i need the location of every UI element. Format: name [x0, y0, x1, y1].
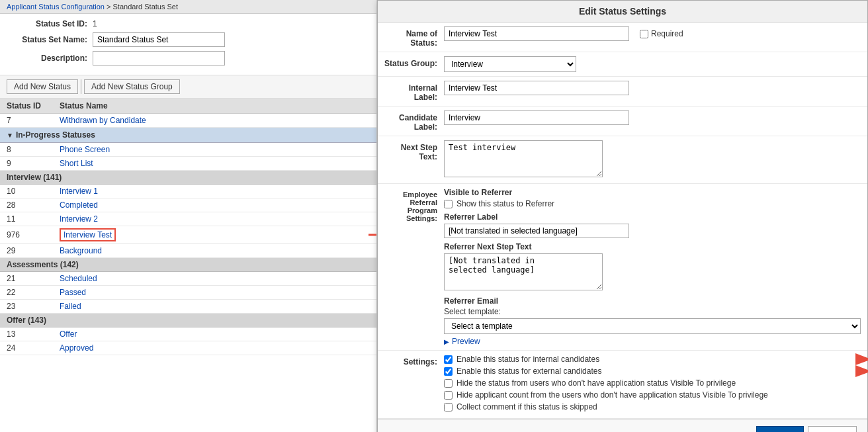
table-row: 22 Passed [0, 286, 376, 300]
next-step-text-field: Test interview [444, 140, 861, 179]
offer-link[interactable]: Offer [60, 329, 77, 339]
row-id: 9 [7, 159, 60, 168]
collect-comment-label: Collect comment if this status is skippe… [456, 402, 597, 411]
status-set-form: Status Set ID: 1 Status Set Name: Descri… [0, 14, 376, 75]
preview-label: Preview [452, 337, 480, 346]
add-new-status-group-button[interactable]: Add New Status Group [84, 79, 180, 94]
row-id: 7 [7, 116, 60, 125]
referrer-next-step-textarea[interactable]: [Not translated in selected language] [444, 253, 603, 290]
referrer-label-label: Referrer Label [444, 212, 861, 222]
hide-count-checkbox[interactable] [444, 391, 453, 400]
approved-link[interactable]: Approved [60, 343, 93, 353]
phone-screen-link[interactable]: Phone Screen [60, 145, 110, 154]
internal-label-row: Internal Label: [378, 77, 867, 107]
breadcrumb-separator: > [107, 3, 112, 11]
next-step-text-label: Next Step Text: [384, 140, 444, 161]
failed-link[interactable]: Failed [60, 302, 81, 311]
required-checkbox[interactable] [640, 30, 648, 38]
row-id: 11 [7, 214, 60, 224]
short-list-link[interactable]: Short List [60, 159, 93, 168]
name-of-status-label: Name of Status: [384, 26, 444, 48]
interview2-link[interactable]: Interview 2 [60, 214, 98, 224]
candidate-label-row: Candidate Label: [378, 107, 867, 136]
group-arrow-icon: ▼ [7, 132, 13, 139]
referrer-label-input[interactable] [444, 224, 629, 238]
edit-status-modal: Edit Status Settings Name of Status: Req… [377, 0, 868, 432]
show-referrer-checkbox[interactable] [444, 200, 453, 208]
preview-triangle-icon: ▶ [444, 338, 449, 345]
hide-count-label: Hide applicant count from the users who … [456, 390, 768, 400]
required-label: Required [651, 29, 683, 38]
referrer-email-template-select[interactable]: Select a template [444, 318, 861, 334]
offer-group-header: Offer (143) [0, 314, 376, 327]
settings-label: Settings: [384, 355, 444, 367]
cancel-button[interactable]: Cancel [808, 426, 857, 432]
preview-link[interactable]: ▶ Preview [444, 337, 861, 346]
left-panel: Applicant Status Configuration > Standar… [0, 0, 377, 432]
group-label: In-Progress Statuses [16, 130, 95, 140]
table-row: 13 Offer [0, 327, 376, 341]
table-row: 28 Completed [0, 198, 376, 212]
row-id: 13 [7, 329, 60, 339]
row-id: 24 [7, 343, 60, 353]
row-id: 976 [7, 230, 60, 239]
next-step-text-row: Next Step Text: Test interview [378, 136, 867, 184]
status-group-select[interactable]: Interview In-Progress Assessments Offer [444, 56, 576, 72]
internal-label-field [444, 81, 861, 95]
background-link[interactable]: Background [60, 246, 102, 255]
status-group-field: Interview In-Progress Assessments Offer [444, 56, 861, 72]
table-row: 11 Interview 2 [0, 212, 376, 226]
interview-group-label: Interview (141) [7, 173, 62, 182]
table-row: 23 Failed [0, 300, 376, 314]
employee-referral-label: Employee Referral Program Settings: [384, 188, 444, 222]
scheduled-link[interactable]: Scheduled [60, 274, 97, 283]
breadcrumb-link[interactable]: Applicant Status Configuration [7, 3, 105, 11]
modal-overlay: Edit Status Settings Name of Status: Req… [377, 0, 868, 432]
hide-status-checkbox[interactable] [444, 379, 453, 388]
add-new-status-button[interactable]: Add New Status [7, 79, 78, 94]
row-id: 8 [7, 145, 60, 154]
row-id: 10 [7, 187, 60, 196]
status-link[interactable]: Withdrawn by Candidate [60, 116, 146, 125]
next-step-text-textarea[interactable]: Test interview [444, 140, 603, 177]
description-label: Description: [7, 54, 93, 63]
row-id: 21 [7, 274, 60, 283]
row-id: 29 [7, 246, 60, 255]
enable-internal-checkbox[interactable] [444, 355, 453, 364]
table-row: 10 Interview 1 [0, 185, 376, 198]
settings-row: Settings: Enable this status for interna… [378, 351, 867, 419]
action-buttons: Add New Status Add New Status Group [0, 75, 376, 99]
description-input[interactable] [93, 51, 225, 65]
select-template-label: Select template: [444, 307, 861, 316]
passed-link[interactable]: Passed [60, 288, 86, 297]
assessments-group-label: Assessments (142) [7, 260, 79, 269]
settings-field: Enable this status for internal candidat… [444, 355, 861, 414]
enable-internal-label: Enable this status for internal candidat… [456, 355, 599, 364]
name-of-status-input[interactable] [444, 26, 629, 41]
col-status-id-header: Status ID [7, 101, 60, 110]
enable-external-checkbox[interactable] [444, 367, 453, 376]
show-referrer-label: Show this status to Referrer [456, 199, 554, 208]
offer-group-label: Offer (143) [7, 316, 46, 325]
name-of-status-row: Name of Status: Required [378, 22, 867, 52]
interview-group-header: Interview (141) [0, 171, 376, 185]
in-progress-group-header[interactable]: ▼ In-Progress Statuses [0, 128, 376, 143]
modal-title: Edit Status Settings [378, 1, 867, 22]
interview1-link[interactable]: Interview 1 [60, 187, 98, 196]
hide-status-label: Hide the status from users who don't hav… [456, 378, 736, 388]
internal-label-input[interactable] [444, 81, 629, 95]
status-set-name-label: Status Set Name: [7, 35, 93, 44]
employee-referral-row: Employee Referral Program Settings: Visi… [378, 184, 867, 351]
interview-test-link[interactable]: Interview Test [60, 228, 116, 241]
completed-link[interactable]: Completed [60, 200, 98, 210]
table-row: 29 Background [0, 244, 376, 258]
save-button[interactable]: Save [756, 426, 804, 432]
row-id: 28 [7, 200, 60, 210]
modal-body: Name of Status: Required Status Grou [378, 22, 867, 419]
breadcrumb-current: Standard Status Set [113, 3, 178, 11]
status-set-name-input[interactable] [93, 32, 225, 47]
col-status-name-header: Status Name [60, 101, 370, 110]
candidate-label-input[interactable] [444, 110, 629, 125]
collect-comment-checkbox[interactable] [444, 403, 453, 411]
referrer-email-label: Referrer Email [444, 296, 861, 306]
